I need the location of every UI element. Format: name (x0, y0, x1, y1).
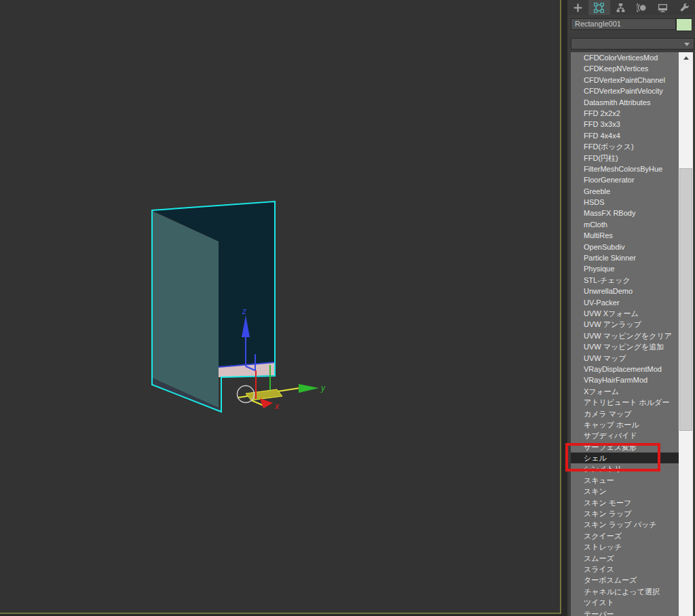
modifier-list-item[interactable]: CFDColorVerticesMod (571, 52, 679, 63)
modifier-list-item[interactable]: アトリビュート ホルダー (571, 397, 679, 408)
modifier-list-item[interactable]: FFD 4x4x4 (571, 130, 679, 141)
modifier-list-item[interactable]: CFDVertexPaintChannel (571, 75, 679, 85)
modifier-list-item[interactable]: ターボスムーズ (571, 575, 679, 585)
tab-utilities[interactable] (674, 0, 695, 15)
modifier-list-item[interactable]: ストレッチ (571, 541, 679, 552)
display-monitor-icon (658, 3, 668, 13)
modifier-list-item[interactable]: シェル (571, 453, 679, 463)
shell-left-face[interactable] (152, 211, 219, 408)
object-name-field[interactable]: Rectangle001 (571, 18, 676, 30)
modifier-list-item[interactable]: UVW マップ (571, 353, 679, 364)
active-viewport-border-right (560, 0, 561, 614)
scrollbar-up-button[interactable] (679, 52, 693, 64)
modifier-list-dropdown[interactable] (571, 38, 694, 50)
modifier-list-item[interactable]: UVW マッピングをクリア (571, 330, 679, 341)
utilities-wrench-icon (679, 3, 690, 13)
modifier-list-scrollbar[interactable] (679, 52, 693, 616)
modifier-list-item[interactable]: スキュー (571, 475, 679, 486)
tab-display[interactable] (652, 0, 673, 15)
modifier-list-item[interactable]: サブディバイド (571, 430, 679, 441)
x-axis-label: x (274, 402, 280, 411)
viewport-canvas[interactable]: z y x (0, 0, 560, 613)
hierarchy-icon (616, 3, 626, 13)
modifier-list-item[interactable]: Particle Skinner (571, 252, 679, 263)
modifier-list-item[interactable]: OpenSubdiv (571, 242, 679, 252)
z-axis-label: z (242, 307, 246, 316)
modifier-list-item[interactable]: FFD(ボックス) (571, 141, 679, 152)
modify-icon (594, 3, 604, 13)
command-panel-tabs (567, 0, 695, 15)
modifier-list-item[interactable]: FFD(円柱) (571, 153, 679, 163)
modifier-list-item[interactable]: テーパー (571, 609, 679, 616)
object-color-swatch[interactable] (676, 18, 692, 31)
modifier-list-item[interactable]: スムーズ (571, 553, 679, 564)
modifier-list-item[interactable]: STL-チェック (571, 275, 679, 286)
modifier-list-item[interactable]: UVW マッピングを追加 (571, 341, 679, 352)
modifier-list-item[interactable]: HSDS (571, 197, 679, 208)
modifier-list-item[interactable]: VRayDisplacementMod (571, 364, 679, 374)
modifier-list-item[interactable]: FilterMeshColorsByHue (571, 163, 679, 174)
modifier-list-item[interactable]: ツイスト (571, 597, 679, 608)
modifier-list-item[interactable]: UVW アンラップ (571, 319, 679, 330)
modifier-list-item[interactable]: サーフェス変形 (571, 442, 679, 453)
modifier-list-item[interactable]: カメラ マップ (571, 408, 679, 419)
modifier-list-item[interactable]: Datasmith Attributes (571, 97, 679, 108)
modifier-list-item[interactable]: UVW Xフォーム (571, 308, 679, 319)
modifier-list-item[interactable]: スキン ラップ (571, 508, 679, 519)
chevron-down-icon (684, 43, 690, 46)
create-plus-icon (573, 3, 583, 13)
modifier-list-item[interactable]: スキン モーフ (571, 497, 679, 508)
xy-plane-handle[interactable] (246, 389, 282, 400)
modifier-list-item[interactable]: スキン (571, 486, 679, 497)
modifier-list-item[interactable]: キャップ ホール (571, 419, 679, 430)
modifier-list-item[interactable]: Physique (571, 263, 679, 274)
chevron-up-icon (683, 56, 689, 60)
command-panel: Rectangle001 CFDColorVerticesModCFDKeepN… (567, 0, 695, 616)
modifier-list-item[interactable]: mCloth (571, 219, 679, 230)
modifier-list-item[interactable]: CFDVertexPaintVelocity (571, 85, 679, 96)
x-axis-arrow[interactable] (260, 398, 273, 408)
modifier-list-item[interactable]: FFD 3x3x3 (571, 119, 679, 130)
modifier-list-item[interactable]: スクイーズ (571, 531, 679, 541)
active-viewport-border-bottom (0, 613, 561, 614)
modifier-list-item[interactable]: FFD 2x2x2 (571, 108, 679, 119)
modifier-list: CFDColorVerticesModCFDKeepNVerticesCFDVe… (571, 52, 679, 616)
tab-create[interactable] (567, 0, 588, 15)
motion-icon (637, 3, 647, 13)
tab-hierarchy[interactable] (610, 0, 631, 15)
tab-motion[interactable] (631, 0, 652, 15)
tab-modify[interactable] (588, 0, 609, 15)
modifier-list-item[interactable]: チャネルによって選択 (571, 586, 679, 597)
y-axis-label: y (320, 383, 326, 393)
modifier-list-item[interactable]: MultiRes (571, 230, 679, 241)
modifier-list-item[interactable]: スライス (571, 564, 679, 575)
modifier-list-item[interactable]: CFDKeepNVertices (571, 63, 679, 74)
modifier-list-item[interactable]: シンメトリ (571, 463, 679, 474)
modifier-list-item[interactable]: Greeble (571, 186, 679, 197)
y-axis-arrow[interactable] (299, 384, 319, 393)
modifier-list-item[interactable]: VRayHairFarmMod (571, 374, 679, 385)
modifier-list-item[interactable]: スキン ラップ パッチ (571, 519, 679, 530)
scrollbar-thumb[interactable] (679, 168, 692, 431)
modifier-list-item[interactable]: MassFX RBody (571, 208, 679, 218)
modifier-list-item[interactable]: FloorGenerator (571, 174, 679, 185)
modifier-list-item[interactable]: UV-Packer (571, 297, 679, 308)
modifier-list-item[interactable]: UnwrellaDemo (571, 286, 679, 296)
modifier-list-item[interactable]: Xフォーム (571, 386, 679, 397)
viewport-scene: z y x (0, 0, 560, 613)
